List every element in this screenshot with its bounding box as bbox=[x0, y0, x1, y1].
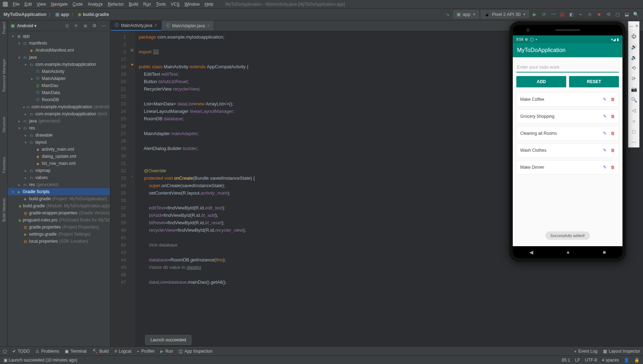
tree-item[interactable]: ◆build.gradle (Module: MyToDoApplication… bbox=[8, 202, 110, 209]
power-icon[interactable]: ⏻ bbox=[631, 33, 636, 39]
tree-item[interactable]: ▸🗀res (generated) bbox=[8, 181, 110, 188]
tool-tab-resource-manager[interactable]: Resource Manager bbox=[2, 59, 6, 92]
more-icon[interactable]: ⋯ bbox=[631, 139, 636, 145]
tree-item[interactable]: ▸🗀java (generated) bbox=[8, 117, 110, 125]
tool-tab-project[interactable]: Project bbox=[2, 22, 6, 34]
editor-tab[interactable]: ⒸMainActivity.java× bbox=[110, 21, 162, 31]
phone-screen[interactable]: 9:59⚙◯▪ ▾◢▮ MyToDoApplication ADD RESET … bbox=[513, 35, 622, 246]
apply-changes-restart-icon[interactable]: ⟳ bbox=[540, 11, 547, 18]
emulator-close-icon[interactable]: ✕ bbox=[635, 24, 638, 28]
emulator-minimize-icon[interactable]: — bbox=[629, 24, 633, 28]
tree-item[interactable]: ▸ⒸMainAdapter bbox=[8, 75, 110, 82]
tree-item[interactable]: ▸🗀values bbox=[8, 174, 110, 181]
screenshot-icon[interactable]: 📷 bbox=[631, 86, 637, 92]
tree-item[interactable]: ▾🗀com.example.mytodoapplication bbox=[8, 61, 110, 68]
reset-button[interactable]: RESET bbox=[569, 76, 619, 87]
todo-input[interactable] bbox=[516, 62, 619, 73]
menu-file[interactable]: File bbox=[13, 2, 19, 7]
inspections-icon[interactable]: 👤 bbox=[624, 358, 629, 363]
indent-info[interactable]: 4 spaces bbox=[602, 358, 619, 363]
menu-vcs[interactable]: VCS bbox=[171, 2, 180, 7]
editor-tab[interactable]: ⒸMainAdapter.java× bbox=[162, 21, 214, 31]
tree-item[interactable]: ▸🗀com.example.mytodoapplication (test) bbox=[8, 110, 110, 117]
overview-icon[interactable]: □ bbox=[632, 129, 635, 134]
tool-profiler[interactable]: ⌁ Profiler bbox=[137, 349, 155, 354]
recents-nav-icon[interactable]: ■ bbox=[603, 249, 606, 255]
menu-tools[interactable]: Tools bbox=[156, 2, 166, 7]
tree-item[interactable]: ◆AndroidManifest.xml bbox=[8, 47, 110, 54]
tree-item[interactable]: ⒸMainData bbox=[8, 89, 110, 96]
tool-layout-inspector[interactable]: ▦ Layout Inspector bbox=[603, 349, 640, 354]
zoom-icon[interactable]: 🔍 bbox=[631, 97, 637, 103]
tool-terminal[interactable]: ▣ Terminal bbox=[65, 349, 86, 354]
tree-item[interactable]: ▾🗀java bbox=[8, 54, 110, 61]
search-everywhere-icon[interactable]: 🔍 bbox=[632, 11, 639, 18]
line-separator[interactable]: LF bbox=[575, 358, 580, 363]
tree-item[interactable]: ◆settings.gradle (Project Settings) bbox=[8, 231, 110, 238]
breadcrumb-item[interactable]: ▣app bbox=[55, 12, 69, 17]
sdk-manager-icon[interactable]: ⬓ bbox=[623, 11, 630, 18]
tool-tab-structure[interactable]: Structure bbox=[2, 117, 6, 133]
tree-item[interactable]: ▾🗀manifests bbox=[8, 40, 110, 47]
project-view-selector[interactable]: Android ▾ bbox=[17, 23, 36, 28]
tool-event-log[interactable]: ● Event Log bbox=[574, 349, 597, 354]
home-icon[interactable]: ○ bbox=[632, 118, 635, 124]
tool-logcat[interactable]: ≡ Logcat bbox=[114, 349, 131, 354]
sync-gradle-icon[interactable]: ⟲ bbox=[605, 11, 612, 18]
avd-manager-icon[interactable]: ▢ bbox=[614, 11, 621, 18]
profile-icon[interactable]: ⌁ bbox=[577, 11, 584, 18]
stop-icon[interactable]: ■ bbox=[596, 11, 603, 18]
device-selector[interactable]: 📱Pixel 2 API 30▼ bbox=[481, 10, 529, 18]
tree-item[interactable]: ▤gradle-wrapper.properties (Gradle Versi… bbox=[8, 209, 110, 216]
menu-run[interactable]: Run bbox=[143, 2, 151, 7]
make-project-icon[interactable]: ↘ bbox=[444, 11, 451, 18]
tree-item[interactable]: ▾🗀res bbox=[8, 125, 110, 132]
menu-code[interactable]: Code bbox=[73, 2, 83, 7]
tree-item[interactable]: IMainDao bbox=[8, 82, 110, 89]
menu-window[interactable]: Window bbox=[184, 2, 200, 7]
rotate-right-icon[interactable]: ⟳ bbox=[632, 76, 636, 81]
tree-item[interactable]: ◆activity_main.xml bbox=[8, 146, 110, 153]
close-tab-icon[interactable]: × bbox=[154, 23, 157, 28]
edit-icon[interactable]: ✎ bbox=[603, 148, 607, 153]
menu-refactor[interactable]: Refactor bbox=[108, 2, 124, 7]
tree-item[interactable]: ▸🗀com.example.mytodoapplication (android… bbox=[8, 103, 110, 110]
tree-item[interactable]: ◆dialog_update.xml bbox=[8, 153, 110, 160]
edit-icon[interactable]: ✎ bbox=[603, 114, 607, 119]
menu-help[interactable]: Help bbox=[205, 2, 213, 7]
debug-icon[interactable]: 🐞 bbox=[559, 11, 566, 18]
menu-build[interactable]: Build bbox=[129, 2, 138, 7]
expand-all-icon[interactable]: ≡ bbox=[73, 22, 80, 29]
apply-code-changes-icon[interactable]: ⭢ bbox=[550, 11, 557, 18]
tree-item[interactable]: ◆proguard-rules.pro (ProGuard Rules for … bbox=[8, 216, 110, 224]
edit-icon[interactable]: ✎ bbox=[603, 165, 607, 170]
run-config-selector[interactable]: ▣app▼ bbox=[453, 10, 479, 18]
tree-item[interactable]: ▾▣app bbox=[8, 33, 110, 40]
tree-item[interactable]: ◆list_row_main.xml bbox=[8, 160, 110, 167]
tool-tab-favorites[interactable]: Favorites bbox=[2, 157, 6, 173]
file-encoding[interactable]: UTF-8 bbox=[585, 358, 597, 363]
rotate-left-icon[interactable]: ⟲ bbox=[632, 65, 636, 71]
menu-analyze[interactable]: Analyze bbox=[88, 2, 103, 7]
back-nav-icon[interactable]: ◀ bbox=[529, 249, 533, 255]
cursor-position[interactable]: 85:1 bbox=[562, 358, 570, 363]
tool-run[interactable]: ▶ Run bbox=[160, 349, 173, 354]
settings-icon[interactable]: ⚙ bbox=[91, 22, 98, 29]
home-nav-icon[interactable]: ● bbox=[567, 249, 569, 255]
tool-tab-build-variants[interactable]: Build Variants bbox=[2, 198, 6, 222]
menu-view[interactable]: View bbox=[37, 2, 46, 7]
close-tab-icon[interactable]: × bbox=[207, 23, 209, 28]
breadcrumb-item[interactable]: MyToDoApplication bbox=[4, 12, 46, 17]
run-icon[interactable]: ▶ bbox=[531, 11, 538, 18]
tree-item[interactable]: ▤gradle.properties (Project Properties) bbox=[8, 224, 110, 231]
tree-item[interactable]: ▸🗀mipmap bbox=[8, 167, 110, 174]
volume-down-icon[interactable]: 🔉 bbox=[631, 54, 637, 60]
tree-item[interactable]: ▾🗀layout bbox=[8, 139, 110, 146]
project-tree[interactable]: ▾▣app▾🗀manifests◆AndroidManifest.xml▾🗀ja… bbox=[8, 31, 110, 346]
select-opened-file-icon[interactable]: ⊙ bbox=[63, 22, 70, 29]
add-button[interactable]: ADD bbox=[516, 76, 566, 87]
hide-panel-icon[interactable]: — bbox=[100, 22, 107, 29]
tree-item[interactable]: ⒸMainActivity bbox=[8, 68, 110, 75]
tree-item[interactable]: ◆build.gradle (Project: MyToDoApplicatio… bbox=[8, 195, 110, 202]
delete-icon[interactable]: 🗑 bbox=[611, 114, 615, 119]
